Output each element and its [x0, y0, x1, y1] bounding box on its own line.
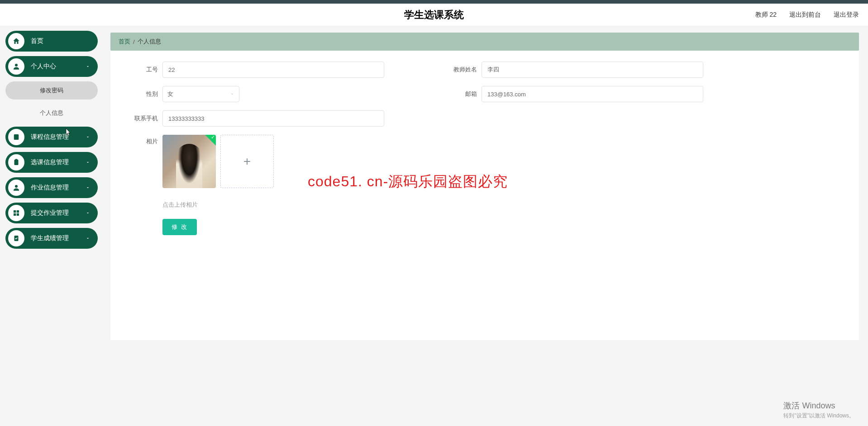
- sidebar-item-label: 学生成绩管理: [31, 234, 85, 242]
- svg-rect-5: [14, 210, 16, 213]
- chevron-down-icon: [85, 236, 91, 241]
- clipboard-icon: [8, 154, 24, 170]
- svg-rect-8: [17, 213, 19, 216]
- chevron-down-icon: [85, 64, 91, 69]
- app-title: 学生选课系统: [404, 8, 464, 22]
- id-input[interactable]: [162, 62, 384, 78]
- svg-rect-3: [15, 159, 18, 161]
- exit-front-link[interactable]: 退出到前台: [789, 11, 821, 19]
- sidebar-item-profile[interactable]: 个人中心: [5, 56, 98, 77]
- id-label: 工号: [129, 66, 158, 74]
- chevron-down-icon: [85, 134, 91, 140]
- photo-thumbnail[interactable]: [162, 135, 216, 188]
- upload-hint: 点击上传相片: [162, 201, 841, 209]
- breadcrumb-current: 个人信息: [138, 38, 161, 46]
- sidebar-item-home[interactable]: 首页: [5, 31, 98, 52]
- breadcrumb-sep: /: [133, 38, 135, 45]
- user-label[interactable]: 教师 22: [755, 11, 777, 19]
- sidebar-item-label: 选课信息管理: [31, 158, 85, 166]
- sidebar-item-label: 个人中心: [31, 62, 85, 71]
- email-label: 邮箱: [448, 90, 477, 98]
- user-icon: [8, 180, 24, 196]
- submit-button[interactable]: 修 改: [162, 219, 197, 235]
- sidebar-item-grades[interactable]: 学生成绩管理: [5, 228, 98, 249]
- svg-rect-2: [14, 160, 19, 165]
- book-icon: [8, 129, 24, 145]
- sidebar-item-course[interactable]: 课程信息管理: [5, 127, 98, 147]
- sidebar-item-label: 课程信息管理: [31, 133, 85, 141]
- sidebar-item-label: 提交作业管理: [31, 209, 85, 217]
- chevron-down-icon: [85, 160, 91, 165]
- plus-icon: +: [243, 154, 251, 169]
- check-icon: [205, 135, 216, 146]
- email-input[interactable]: [482, 86, 703, 102]
- chevron-down-icon: [230, 92, 234, 96]
- breadcrumb: 首页 / 个人信息: [110, 33, 859, 51]
- svg-rect-7: [14, 213, 16, 216]
- svg-point-0: [15, 64, 18, 66]
- grid-icon: [8, 205, 24, 221]
- svg-rect-1: [14, 134, 19, 140]
- clipboard-check-icon: [8, 230, 24, 246]
- home-icon: [8, 33, 24, 49]
- photo-label: 相片: [129, 135, 158, 146]
- gender-select[interactable]: 女: [162, 86, 239, 102]
- name-input[interactable]: [482, 62, 703, 78]
- gender-label: 性别: [129, 90, 158, 98]
- sidebar-item-label: 首页: [31, 37, 91, 45]
- sidebar-subitem-change-password[interactable]: 修改密码: [5, 81, 98, 99]
- chevron-down-icon: [85, 210, 91, 216]
- header: 学生选课系统 教师 22 退出到前台 退出登录: [0, 4, 868, 26]
- sidebar-subitem-personal-info[interactable]: 个人信息: [5, 104, 98, 122]
- logout-link[interactable]: 退出登录: [834, 11, 859, 19]
- sidebar: 首页 个人中心 修改密码 个人信息 课程信息管理: [0, 26, 104, 426]
- main-content: 首页 / 个人信息 工号 教师姓名 性别 女: [104, 26, 868, 426]
- chevron-down-icon: [85, 185, 91, 190]
- sidebar-item-submit-homework[interactable]: 提交作业管理: [5, 203, 98, 223]
- photo-upload-button[interactable]: +: [220, 135, 274, 188]
- svg-point-4: [15, 185, 18, 188]
- phone-label: 联系手机: [129, 114, 158, 123]
- name-label: 教师姓名: [448, 66, 477, 74]
- sidebar-item-enroll[interactable]: 选课信息管理: [5, 152, 98, 173]
- sidebar-item-label: 作业信息管理: [31, 184, 85, 192]
- sidebar-item-homework[interactable]: 作业信息管理: [5, 177, 98, 198]
- svg-rect-6: [17, 210, 19, 213]
- user-icon: [8, 58, 24, 75]
- phone-input[interactable]: [162, 110, 384, 127]
- breadcrumb-home[interactable]: 首页: [119, 38, 130, 46]
